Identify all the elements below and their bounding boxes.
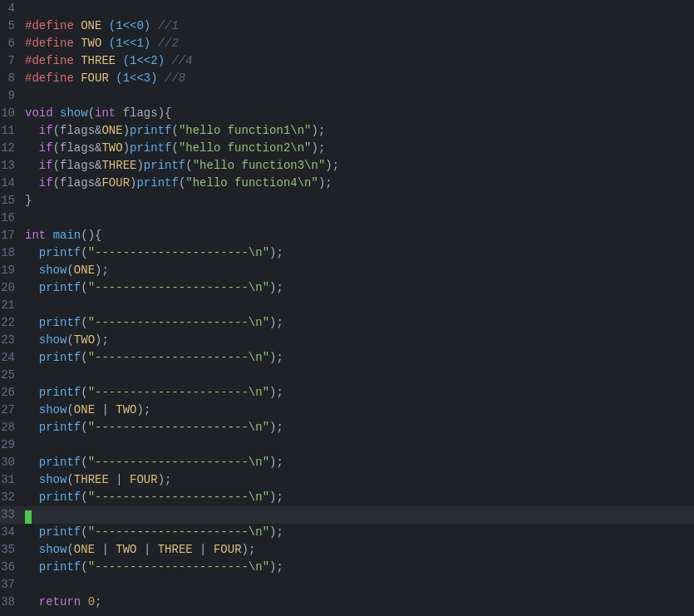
- line-content-26: printf("----------------------\n");: [25, 384, 694, 402]
- code-line-32: 32 printf("----------------------\n");: [0, 489, 694, 506]
- line-content-33: [25, 506, 694, 524]
- line-content-18: printf("----------------------\n");: [25, 244, 694, 262]
- code-line-33: 33: [0, 506, 694, 524]
- line-number-24: 24: [0, 349, 25, 367]
- code-line-24: 24 printf("----------------------\n");: [0, 349, 694, 367]
- line-number-28: 28: [0, 419, 25, 436]
- code-line-10: 10 void show(int flags){: [0, 105, 694, 122]
- line-content-34: printf("----------------------\n");: [25, 524, 694, 541]
- code-line-4: 4: [0, 0, 694, 17]
- text-cursor: [25, 510, 32, 524]
- line-number-15: 15: [0, 192, 25, 209]
- line-number-17: 17: [0, 227, 25, 244]
- code-line-36: 36 printf("----------------------\n");: [0, 559, 694, 576]
- code-line-7: 7 #define THREE (1<<2) //4: [0, 52, 694, 70]
- line-content-17: int main(){: [25, 227, 694, 244]
- code-line-35: 35 show(ONE | TWO | THREE | FOUR);: [0, 541, 694, 559]
- line-number-36: 36: [0, 559, 25, 576]
- code-line-29: 29: [0, 436, 694, 454]
- line-content-6: #define TWO (1<<1) //2: [25, 35, 694, 52]
- line-number-23: 23: [0, 332, 25, 349]
- line-content-35: show(ONE | TWO | THREE | FOUR);: [25, 541, 694, 559]
- line-content-10: void show(int flags){: [25, 105, 694, 122]
- line-content-15: }: [25, 192, 694, 209]
- line-content-31: show(THREE | FOUR);: [25, 471, 694, 489]
- line-content-5: #define ONE (1<<0) //1: [25, 17, 694, 35]
- line-number-31: 31: [0, 471, 25, 489]
- line-content-11: if(flags&ONE)printf("hello function1\n")…: [25, 122, 694, 140]
- code-line-20: 20 printf("----------------------\n");: [0, 279, 694, 297]
- line-number-35: 35: [0, 541, 25, 559]
- line-number-26: 26: [0, 384, 25, 402]
- line-number-18: 18: [0, 244, 25, 262]
- code-line-12: 12 if(flags&TWO)printf("hello function2\…: [0, 140, 694, 157]
- line-number-14: 14: [0, 175, 25, 192]
- line-content-20: printf("----------------------\n");: [25, 279, 694, 297]
- code-line-37: 37: [0, 576, 694, 594]
- code-line-27: 27 show(ONE | TWO);: [0, 402, 694, 419]
- code-line-30: 30 printf("----------------------\n");: [0, 454, 694, 471]
- line-number-34: 34: [0, 524, 25, 541]
- code-line-25: 25: [0, 367, 694, 384]
- code-line-28: 28 printf("----------------------\n");: [0, 419, 694, 436]
- line-content-27: show(ONE | TWO);: [25, 402, 694, 419]
- line-number-7: 7: [0, 52, 25, 70]
- line-content-13: if(flags&THREE)printf("hello function3\n…: [25, 157, 694, 175]
- code-line-19: 19 show(ONE);: [0, 262, 694, 279]
- line-content-38: return 0;: [25, 594, 694, 611]
- line-number-16: 16: [0, 209, 25, 227]
- code-line-31: 31 show(THREE | FOUR);: [0, 471, 694, 489]
- code-line-18: 18 printf("----------------------\n");: [0, 244, 694, 262]
- line-number-6: 6: [0, 35, 25, 52]
- line-content-19: show(ONE);: [25, 262, 694, 279]
- line-number-29: 29: [0, 436, 25, 454]
- line-content-22: printf("----------------------\n");: [25, 314, 694, 332]
- line-number-32: 32: [0, 489, 25, 506]
- line-content-8: #define FOUR (1<<3) //8: [25, 70, 694, 87]
- line-number-13: 13: [0, 157, 25, 175]
- code-line-8: 8 #define FOUR (1<<3) //8: [0, 70, 694, 87]
- line-number-33: 33: [0, 506, 25, 524]
- code-line-14: 14 if(flags&FOUR)printf("hello function4…: [0, 175, 694, 192]
- line-number-25: 25: [0, 367, 25, 384]
- line-content-32: printf("----------------------\n");: [25, 489, 694, 506]
- line-number-19: 19: [0, 262, 25, 279]
- line-number-4: 4: [0, 0, 25, 17]
- code-line-38: 38 return 0;: [0, 594, 694, 611]
- line-content-24: printf("----------------------\n");: [25, 349, 694, 367]
- line-number-37: 37: [0, 576, 25, 594]
- line-content-30: printf("----------------------\n");: [25, 454, 694, 471]
- line-number-22: 22: [0, 314, 25, 332]
- line-content-7: #define THREE (1<<2) //4: [25, 52, 694, 70]
- line-content-14: if(flags&FOUR)printf("hello function4\n"…: [25, 175, 694, 192]
- code-line-15: 15 }: [0, 192, 694, 209]
- line-content-28: printf("----------------------\n");: [25, 419, 694, 436]
- code-line-22: 22 printf("----------------------\n");: [0, 314, 694, 332]
- code-line-9: 9: [0, 87, 694, 105]
- line-content-23: show(TWO);: [25, 332, 694, 349]
- code-line-23: 23 show(TWO);: [0, 332, 694, 349]
- line-content-12: if(flags&TWO)printf("hello function2\n")…: [25, 140, 694, 157]
- line-content-36: printf("----------------------\n");: [25, 559, 694, 576]
- code-line-34: 34 printf("----------------------\n");: [0, 524, 694, 541]
- line-number-5: 5: [0, 17, 25, 35]
- code-line-26: 26 printf("----------------------\n");: [0, 384, 694, 402]
- code-line-5: 5 #define ONE (1<<0) //1: [0, 17, 694, 35]
- line-number-20: 20: [0, 279, 25, 297]
- code-line-21: 21: [0, 297, 694, 314]
- code-line-6: 6 #define TWO (1<<1) //2: [0, 35, 694, 52]
- line-number-21: 21: [0, 297, 25, 314]
- line-number-11: 11: [0, 122, 25, 140]
- code-editor: 4 5 #define ONE (1<<0) //1 6 #define TWO…: [0, 0, 694, 616]
- code-line-13: 13 if(flags&THREE)printf("hello function…: [0, 157, 694, 175]
- line-number-30: 30: [0, 454, 25, 471]
- line-number-8: 8: [0, 70, 25, 87]
- line-number-9: 9: [0, 87, 25, 105]
- line-number-27: 27: [0, 402, 25, 419]
- code-line-17: 17 int main(){: [0, 227, 694, 244]
- line-number-12: 12: [0, 140, 25, 157]
- code-line-16: 16: [0, 209, 694, 227]
- code-line-11: 11 if(flags&ONE)printf("hello function1\…: [0, 122, 694, 140]
- line-number-10: 10: [0, 105, 25, 122]
- line-number-38: 38: [0, 594, 25, 611]
